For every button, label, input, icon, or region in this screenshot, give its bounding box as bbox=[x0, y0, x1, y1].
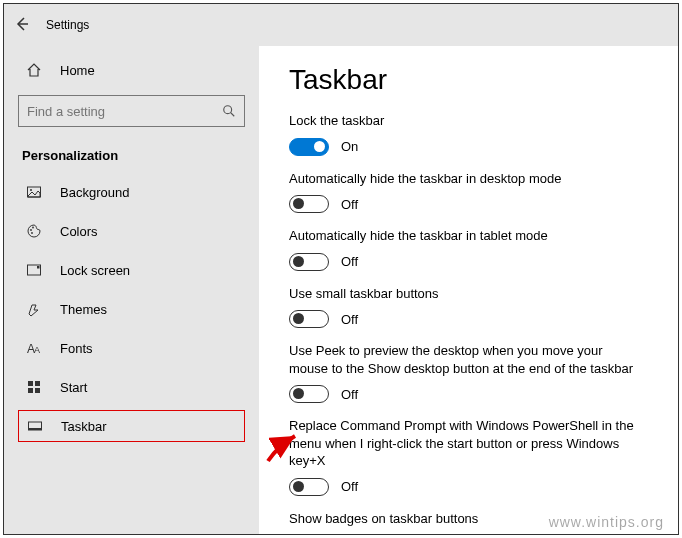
search-input[interactable] bbox=[27, 104, 222, 119]
svg-rect-12 bbox=[28, 381, 33, 386]
sidebar-item-background[interactable]: Background bbox=[18, 176, 245, 208]
setting-label: Replace Command Prompt with Windows Powe… bbox=[289, 417, 639, 470]
sidebar-item-label: Fonts bbox=[60, 341, 93, 356]
svg-point-7 bbox=[31, 232, 33, 234]
toggle-state-label: Off bbox=[341, 197, 358, 212]
svg-rect-14 bbox=[28, 388, 33, 393]
setting-item: Automatically hide the taskbar in deskto… bbox=[289, 170, 648, 214]
svg-text:A: A bbox=[34, 345, 40, 355]
lockscreen-icon bbox=[26, 262, 42, 278]
svg-rect-17 bbox=[29, 428, 42, 430]
toggle-switch[interactable] bbox=[289, 138, 329, 156]
setting-item: Use small taskbar buttonsOff bbox=[289, 285, 648, 329]
svg-point-6 bbox=[32, 227, 34, 229]
toggle-state-label: Off bbox=[341, 312, 358, 327]
toggle-state-label: Off bbox=[341, 479, 358, 494]
setting-label: Lock the taskbar bbox=[289, 112, 639, 130]
svg-point-4 bbox=[30, 189, 32, 191]
fonts-icon: AA bbox=[26, 340, 42, 356]
setting-item: Lock the taskbarOn bbox=[289, 112, 648, 156]
picture-icon bbox=[26, 184, 42, 200]
setting-item: Replace Command Prompt with Windows Powe… bbox=[289, 417, 648, 496]
sidebar-item-label: Start bbox=[60, 380, 87, 395]
nav-home[interactable]: Home bbox=[18, 54, 245, 86]
sidebar-item-lock-screen[interactable]: Lock screen bbox=[18, 254, 245, 286]
toggle-switch[interactable] bbox=[289, 385, 329, 403]
svg-rect-13 bbox=[35, 381, 40, 386]
start-icon bbox=[26, 379, 42, 395]
svg-rect-15 bbox=[35, 388, 40, 393]
home-icon bbox=[26, 62, 42, 78]
back-button[interactable] bbox=[14, 16, 32, 34]
toggle-switch[interactable] bbox=[289, 478, 329, 496]
setting-label: Automatically hide the taskbar in tablet… bbox=[289, 227, 639, 245]
setting-item: Automatically hide the taskbar in tablet… bbox=[289, 227, 648, 271]
page-title: Taskbar bbox=[289, 64, 648, 96]
setting-label: Use small taskbar buttons bbox=[289, 285, 639, 303]
sidebar-item-taskbar[interactable]: Taskbar bbox=[18, 410, 245, 442]
content-pane: Taskbar Lock the taskbarOnAutomatically … bbox=[259, 46, 678, 534]
toggle-state-label: Off bbox=[341, 254, 358, 269]
app-title: Settings bbox=[46, 18, 89, 32]
setting-label: Use Peek to preview the desktop when you… bbox=[289, 342, 639, 377]
toggle-switch[interactable] bbox=[289, 195, 329, 213]
svg-point-1 bbox=[224, 106, 232, 114]
search-icon bbox=[222, 104, 236, 118]
watermark: www.wintips.org bbox=[549, 514, 664, 530]
svg-rect-9 bbox=[37, 266, 40, 269]
sidebar-item-label: Taskbar bbox=[61, 419, 107, 434]
taskbar-icon bbox=[27, 418, 43, 434]
palette-icon bbox=[26, 223, 42, 239]
sidebar-item-label: Colors bbox=[60, 224, 98, 239]
svg-line-2 bbox=[231, 113, 235, 117]
sidebar-item-fonts[interactable]: AA Fonts bbox=[18, 332, 245, 364]
search-box[interactable] bbox=[18, 95, 245, 127]
sidebar-item-label: Lock screen bbox=[60, 263, 130, 278]
sidebar-item-label: Themes bbox=[60, 302, 107, 317]
sidebar-item-label: Background bbox=[60, 185, 129, 200]
setting-item: Use Peek to preview the desktop when you… bbox=[289, 342, 648, 403]
sidebar: Home Personalization Background Colors bbox=[4, 46, 259, 534]
toggle-switch[interactable] bbox=[289, 310, 329, 328]
svg-point-5 bbox=[30, 229, 32, 231]
sidebar-item-themes[interactable]: Themes bbox=[18, 293, 245, 325]
themes-icon bbox=[26, 301, 42, 317]
nav-home-label: Home bbox=[60, 63, 95, 78]
sidebar-item-colors[interactable]: Colors bbox=[18, 215, 245, 247]
setting-label: Automatically hide the taskbar in deskto… bbox=[289, 170, 639, 188]
sidebar-item-start[interactable]: Start bbox=[18, 371, 245, 403]
toggle-state-label: On bbox=[341, 139, 358, 154]
toggle-switch[interactable] bbox=[289, 253, 329, 271]
section-title: Personalization bbox=[22, 148, 245, 163]
toggle-state-label: Off bbox=[341, 387, 358, 402]
